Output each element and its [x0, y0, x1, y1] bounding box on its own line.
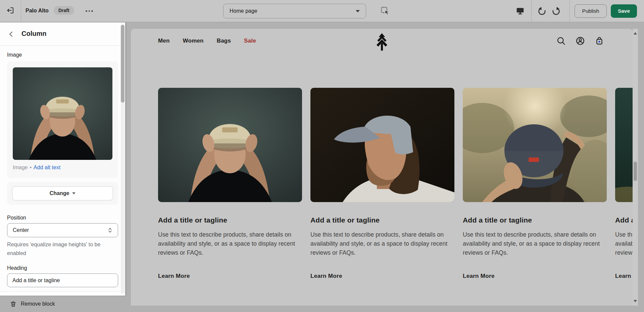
nav-item-men[interactable]: Men — [158, 38, 170, 44]
caption-separator: • — [30, 165, 32, 170]
page-selector-value: Home page — [230, 8, 257, 14]
element-selector-button[interactable] — [381, 6, 390, 16]
position-label: Position — [7, 215, 26, 221]
add-alt-text-link[interactable]: Add alt text — [34, 165, 60, 170]
divider — [0, 291, 125, 292]
divider — [569, 0, 570, 22]
exit-icon — [6, 6, 14, 16]
position-help-text: Requires 'equalize image heights' to be … — [7, 240, 110, 258]
storefront-nav: Men Women Bags Sale — [158, 38, 256, 44]
column-block[interactable]: Add a title or tagline Use this text to … — [615, 88, 633, 279]
column-block[interactable]: Add a title or tagline Use this text to … — [310, 88, 454, 279]
heading-label: Heading — [7, 265, 27, 271]
storefront-page: Men Women Bags Sale — [131, 29, 633, 306]
image-section-label: Image — [7, 52, 22, 58]
divider — [531, 0, 532, 22]
back-chevron-icon — [8, 31, 15, 38]
position-select[interactable]: Center — [7, 223, 118, 237]
image-thumbnail[interactable] — [13, 67, 112, 160]
tree-logo[interactable] — [376, 33, 388, 52]
sidebar-header: Column — [0, 22, 125, 46]
image-caption-text: Image — [13, 165, 28, 170]
settings-sidebar: Column Image Image•Add alt text Change P… — [0, 22, 125, 296]
column-body: Use this text to describe products, shar… — [158, 230, 302, 257]
redo-button[interactable] — [551, 6, 561, 16]
column-block[interactable]: Add a title or tagline Use this text to … — [158, 88, 302, 279]
column-title: Add a title or tagline — [463, 216, 607, 224]
panel-title: Column — [21, 30, 46, 38]
scrollbar-thumb[interactable] — [634, 162, 637, 181]
column-title: Add a title or tagline — [310, 216, 454, 224]
trash-icon — [10, 301, 16, 307]
account-icon[interactable] — [576, 36, 585, 46]
nav-item-sale[interactable]: Sale — [244, 38, 256, 44]
column-image — [463, 88, 607, 202]
divider — [21, 0, 21, 22]
column-image — [615, 88, 633, 202]
undo-button[interactable] — [537, 6, 547, 16]
top-bar: Palo Alto Draft Home page — [0, 0, 644, 22]
remove-block-label: Remove block — [21, 301, 55, 307]
exit-editor-button[interactable] — [0, 0, 21, 22]
nav-item-women[interactable]: Women — [183, 38, 204, 44]
more-actions-button[interactable] — [83, 7, 95, 15]
column-title: Add a title or tagline — [615, 216, 633, 224]
stepper-icon — [108, 227, 112, 233]
sidebar-scrollbar[interactable] — [121, 24, 125, 294]
column-block[interactable]: Add a title or tagline Use this text to … — [463, 88, 607, 279]
column-body: Use this text to describe products, shar… — [615, 230, 633, 257]
column-title: Add a title or tagline — [158, 216, 302, 224]
chevron-down-icon — [356, 10, 360, 12]
column-image — [158, 88, 302, 202]
bag-icon[interactable] — [595, 36, 604, 46]
chevron-down-icon — [72, 192, 76, 194]
search-icon[interactable] — [556, 36, 566, 46]
change-button-label: Change — [50, 190, 69, 196]
learn-more-link[interactable]: Learn More — [463, 273, 495, 279]
scroll-down-arrow[interactable] — [634, 300, 637, 302]
learn-more-link[interactable]: Learn More — [615, 273, 633, 279]
scroll-up-arrow[interactable] — [634, 32, 637, 35]
column-body: Use this text to describe products, shar… — [463, 230, 607, 257]
change-image-card: Change — [7, 182, 118, 205]
status-badge: Draft — [54, 6, 74, 15]
image-caption: Image•Add alt text — [13, 165, 60, 171]
save-button[interactable]: Save — [611, 4, 637, 18]
back-button[interactable] — [5, 28, 17, 40]
device-preview-button[interactable] — [516, 7, 525, 15]
heading-input[interactable] — [7, 273, 118, 287]
remove-block-button[interactable]: Remove block — [0, 296, 125, 312]
image-picker-card: Image•Add alt text — [7, 61, 118, 178]
preview-scrollbar[interactable] — [633, 29, 638, 306]
learn-more-link[interactable]: Learn More — [158, 273, 190, 279]
learn-more-link[interactable]: Learn More — [310, 273, 342, 279]
column-image — [310, 88, 454, 202]
column-body: Use this text to describe products, shar… — [310, 230, 454, 257]
nav-item-bags[interactable]: Bags — [217, 38, 231, 44]
position-value: Center — [13, 227, 29, 233]
page-selector-dropdown[interactable]: Home page — [223, 4, 366, 18]
theme-preview-frame: Men Women Bags Sale — [131, 24, 638, 306]
store-name: Palo Alto — [26, 8, 49, 14]
change-image-button[interactable]: Change — [12, 186, 113, 200]
column-blocks-row: Add a title or tagline Use this text to … — [158, 88, 633, 279]
storefront-actions — [556, 36, 604, 46]
publish-button[interactable]: Publish — [575, 4, 607, 18]
